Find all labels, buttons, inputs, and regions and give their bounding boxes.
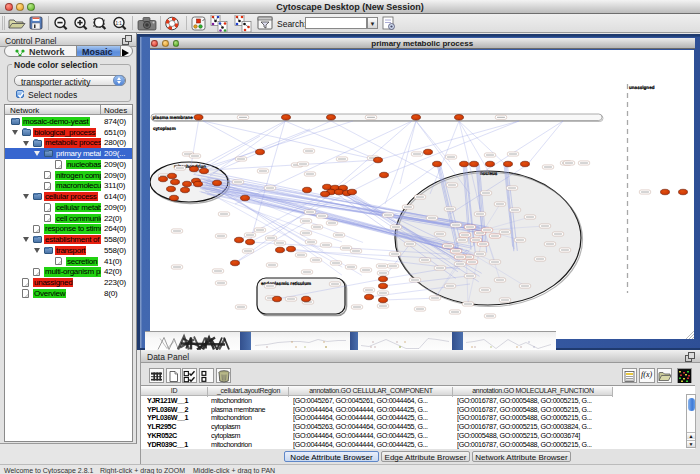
svg-text:cytoplasm: cytoplasm	[153, 126, 176, 131]
svg-text:plasma membrane: plasma membrane	[153, 115, 194, 120]
svg-text:unassigned: unassigned	[629, 85, 655, 90]
svg-text:1:1: 1:1	[116, 21, 123, 26]
